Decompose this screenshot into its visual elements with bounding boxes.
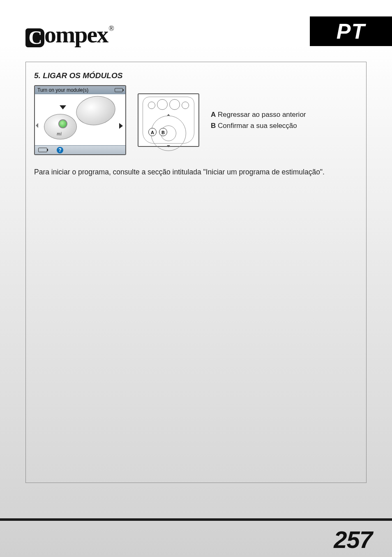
module-mi-label: mi	[57, 131, 62, 137]
page-footer: 257	[0, 503, 392, 557]
legend-row-a: A Regressar ao passo anterior	[211, 109, 306, 120]
remote-small-button-icon	[148, 102, 155, 109]
legend-key-a: A	[211, 111, 216, 118]
left-arrow-icon	[36, 123, 38, 128]
legend-row-b: B Confirmar a sua selecção	[211, 120, 306, 131]
remote-top-buttons	[138, 99, 198, 110]
footer-stripe	[0, 518, 392, 521]
button-legend: A Regressar ao passo anterior B Confirma…	[211, 109, 306, 131]
content-box: 5. LIGAR OS MÓDULOS Turn on your module(…	[25, 62, 367, 483]
legend-key-b: B	[211, 122, 216, 130]
device-footer: ?	[35, 145, 125, 154]
remote-label-b: B	[159, 128, 167, 136]
section-number: 5.	[34, 71, 41, 80]
section-title: LIGAR OS MÓDULOS	[43, 71, 122, 80]
brand-logo: Compex®	[25, 21, 113, 48]
battery-icon	[115, 88, 123, 92]
device-title-text: Turn on your module(s)	[37, 87, 88, 93]
battery-icon	[38, 148, 47, 152]
registered-mark: ®	[108, 24, 113, 32]
remote-figure: A B	[138, 93, 199, 147]
right-arrow-icon	[119, 123, 123, 129]
brand-name-rest: ompex	[44, 21, 108, 48]
remote-small-button-icon	[182, 102, 189, 109]
page-header: Compex® PT	[0, 16, 392, 49]
device-screen-figure: Turn on your module(s) mi ?	[34, 85, 126, 155]
remote-large-button-icon	[169, 99, 180, 110]
page-number: 257	[334, 526, 372, 553]
module-pod-small-icon: mi	[44, 114, 77, 139]
module-pod-large-icon	[74, 93, 118, 128]
down-arrow-icon	[60, 105, 66, 109]
device-screen-body: mi	[35, 94, 125, 146]
body-paragraph: Para iniciar o programa, consulte a secç…	[34, 167, 358, 177]
logo-bullet-icon: C	[25, 28, 44, 47]
help-icon: ?	[57, 147, 63, 153]
language-tab: PT	[310, 16, 392, 46]
legend-text-b: Confirmar a sua selecção	[218, 122, 297, 130]
remote-label-a: A	[148, 128, 157, 136]
legend-text-a: Regressar ao passo anterior	[218, 111, 306, 118]
figure-row: Turn on your module(s) mi ?	[34, 85, 358, 155]
remote-large-button-icon	[157, 99, 168, 110]
device-titlebar: Turn on your module(s)	[35, 86, 125, 94]
wheel-down-arrow-icon	[167, 145, 170, 147]
section-heading: 5. LIGAR OS MÓDULOS	[34, 71, 358, 80]
